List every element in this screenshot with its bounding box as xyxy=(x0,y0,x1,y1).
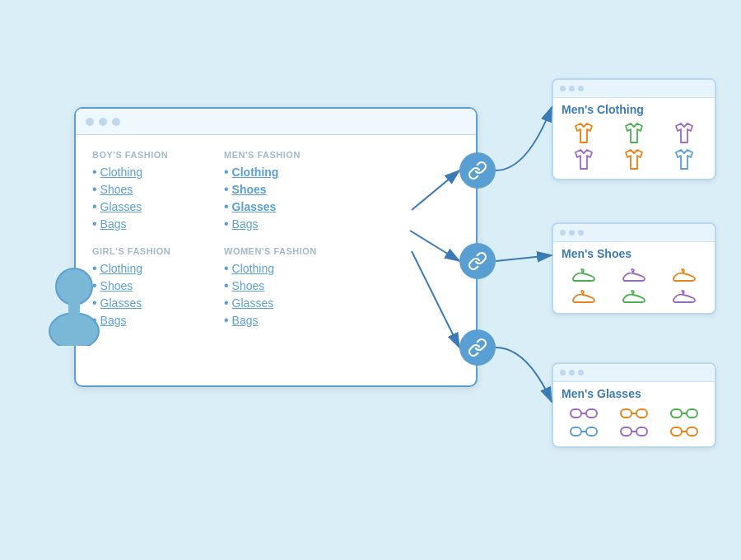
boys-fashion-title: BOY'S FASHION xyxy=(92,150,199,160)
mens-clothing-link[interactable]: Clothing xyxy=(232,166,279,179)
shoe-item-4 xyxy=(562,288,607,305)
girls-glasses-item[interactable]: Glasses xyxy=(92,296,199,310)
svg-rect-13 xyxy=(671,409,682,418)
card-1-dot-2 xyxy=(569,86,575,91)
womens-fashion-title: WOMEN'S FASHION xyxy=(224,246,347,256)
mens-clothing-item[interactable]: Clothing xyxy=(224,165,347,180)
user-avatar xyxy=(41,264,107,349)
svg-point-5 xyxy=(49,313,99,346)
shoe-item-5 xyxy=(612,288,657,305)
boys-glasses-item[interactable]: Glasses xyxy=(92,199,199,214)
mens-clothing-card-title: Men's Clothing xyxy=(553,98,715,119)
boys-bags-link[interactable]: Bags xyxy=(100,217,127,231)
svg-rect-16 xyxy=(571,427,581,436)
mens-glasses-card-grid xyxy=(553,404,715,446)
svg-rect-14 xyxy=(687,409,697,418)
shirt-item-1 xyxy=(562,123,607,144)
mens-glasses-card: Men's Glasses xyxy=(552,362,716,448)
glasses-item-4 xyxy=(562,425,607,438)
svg-rect-6 xyxy=(68,303,80,315)
boys-bags-item[interactable]: Bags xyxy=(92,217,199,231)
womens-shoes-item[interactable]: Shoes xyxy=(224,278,347,293)
browser-content: BOY'S FASHION Clothing Shoes Glasses Bag… xyxy=(76,135,476,345)
svg-rect-8 xyxy=(586,409,597,418)
mens-clothing-card-grid xyxy=(553,119,715,179)
shoe-item-6 xyxy=(661,288,706,305)
browser-dot-2 xyxy=(99,118,107,126)
girls-fashion-title: GIRL'S FASHION xyxy=(92,246,199,256)
womens-glasses-link[interactable]: Glasses xyxy=(232,296,274,310)
glasses-item-2 xyxy=(612,407,657,420)
shirt-item-3 xyxy=(661,123,706,144)
card-2-dot-1 xyxy=(560,230,566,236)
browser-dot-3 xyxy=(112,118,120,126)
mens-bags-link[interactable]: Bags xyxy=(232,217,259,231)
womens-fashion-section: WOMEN'S FASHION Clothing Shoes Glasses B… xyxy=(224,246,347,328)
boys-fashion-list: Clothing Shoes Glasses Bags xyxy=(92,165,199,231)
mens-clothing-card: Men's Clothing xyxy=(552,78,716,180)
card-3-dot-1 xyxy=(560,370,566,376)
womens-bags-link[interactable]: Bags xyxy=(232,314,259,327)
card-1-dot-3 xyxy=(578,86,584,91)
card-3-toolbar xyxy=(553,364,715,382)
mens-glasses-link[interactable]: Glasses xyxy=(232,200,277,213)
card-3-dot-3 xyxy=(578,370,584,376)
mens-shoes-item[interactable]: Shoes xyxy=(224,182,347,197)
girls-fashion-list: Clothing Shoes Glasses Bags xyxy=(92,261,199,328)
browser-window: BOY'S FASHION Clothing Shoes Glasses Bag… xyxy=(74,107,478,387)
link-icon-3 xyxy=(459,329,496,366)
mens-glasses-card-title: Men's Glasses xyxy=(553,382,715,404)
girls-clothing-item[interactable]: Clothing xyxy=(92,261,199,276)
svg-point-4 xyxy=(56,268,92,305)
boys-fashion-section: BOY'S FASHION Clothing Shoes Glasses Bag… xyxy=(92,150,199,231)
svg-rect-22 xyxy=(671,427,682,436)
mens-bags-item[interactable]: Bags xyxy=(224,217,347,231)
womens-glasses-item[interactable]: Glasses xyxy=(224,296,347,310)
svg-rect-19 xyxy=(621,427,631,436)
glasses-item-5 xyxy=(612,425,657,438)
mens-glasses-item[interactable]: Glasses xyxy=(224,199,347,214)
card-2-dot-3 xyxy=(578,230,584,236)
left-nav-column: BOY'S FASHION Clothing Shoes Glasses Bag… xyxy=(92,150,199,330)
mens-shoes-card-grid xyxy=(553,264,715,313)
shirt-item-6 xyxy=(661,149,706,170)
mens-shoes-card: Men's Shoes xyxy=(552,222,716,315)
svg-rect-10 xyxy=(621,409,631,418)
card-2-dot-2 xyxy=(569,230,575,236)
glasses-item-3 xyxy=(661,407,706,420)
mens-fashion-list: Clothing Shoes Glasses Bags xyxy=(224,165,347,231)
card-3-dot-2 xyxy=(569,370,575,376)
shirt-item-5 xyxy=(612,149,657,170)
shoe-item-3 xyxy=(661,267,706,283)
girls-bags-item[interactable]: Bags xyxy=(92,313,199,328)
svg-rect-7 xyxy=(571,409,581,418)
svg-rect-23 xyxy=(687,427,697,436)
mens-shoes-link[interactable]: Shoes xyxy=(232,183,267,196)
mens-fashion-title: MEN'S FASHION xyxy=(224,150,347,160)
link-icon-1 xyxy=(459,152,496,189)
womens-clothing-link[interactable]: Clothing xyxy=(232,262,274,275)
svg-rect-11 xyxy=(636,409,647,418)
svg-rect-17 xyxy=(586,427,597,436)
card-1-dot-1 xyxy=(560,86,566,91)
glasses-item-1 xyxy=(562,407,607,420)
boys-clothing-link[interactable]: Clothing xyxy=(100,166,142,179)
boys-shoes-link[interactable]: Shoes xyxy=(100,183,133,196)
boys-shoes-item[interactable]: Shoes xyxy=(92,182,199,197)
womens-shoes-link[interactable]: Shoes xyxy=(232,279,265,292)
mens-fashion-section: MEN'S FASHION Clothing Shoes Glasses Bag… xyxy=(224,150,347,231)
girls-shoes-item[interactable]: Shoes xyxy=(92,278,199,293)
boys-clothing-item[interactable]: Clothing xyxy=(92,165,199,180)
shoe-item-1 xyxy=(562,267,607,283)
boys-glasses-link[interactable]: Glasses xyxy=(100,200,142,213)
card-2-toolbar xyxy=(553,224,715,242)
shirt-item-2 xyxy=(612,123,657,144)
browser-toolbar xyxy=(76,109,476,135)
womens-clothing-item[interactable]: Clothing xyxy=(224,261,347,276)
womens-fashion-list: Clothing Shoes Glasses Bags xyxy=(224,261,347,328)
glasses-item-6 xyxy=(661,425,706,438)
link-icon-2 xyxy=(459,243,496,279)
card-1-toolbar xyxy=(553,80,715,98)
right-nav-column: MEN'S FASHION Clothing Shoes Glasses Bag… xyxy=(224,150,347,330)
womens-bags-item[interactable]: Bags xyxy=(224,313,347,328)
